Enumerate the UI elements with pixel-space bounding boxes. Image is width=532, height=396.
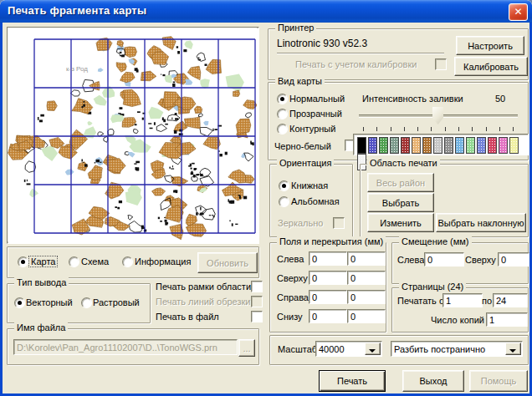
close-icon: ✕ bbox=[514, 6, 522, 18]
radio-vector-label: Векторный bbox=[26, 297, 73, 307]
margin-top-input-1[interactable] bbox=[309, 271, 347, 285]
margin-top-input-2[interactable] bbox=[347, 271, 386, 285]
print-frame-label: Печать рамки области bbox=[156, 282, 251, 292]
split-combobox[interactable]: Разбить постранично bbox=[391, 341, 523, 357]
palette-swatch[interactable] bbox=[466, 137, 475, 154]
palette-swatch[interactable] bbox=[357, 137, 366, 154]
palette-swatch[interactable] bbox=[477, 137, 486, 154]
margin-right-input-1[interactable] bbox=[309, 290, 347, 304]
radio-raster-label: Растровый bbox=[93, 297, 140, 307]
calibration-checkbox bbox=[435, 58, 447, 70]
mirror-checkbox bbox=[333, 217, 345, 229]
radio-transparent[interactable] bbox=[277, 109, 288, 119]
palette-swatch[interactable] bbox=[401, 137, 410, 154]
output-type-title: Тип вывода bbox=[14, 277, 69, 287]
dialog-title: Печать фрагмента карты bbox=[8, 4, 146, 17]
radio-contour[interactable] bbox=[277, 124, 288, 135]
palette-swatch[interactable] bbox=[444, 137, 453, 154]
margin-left-label: Слева bbox=[277, 254, 304, 264]
pages-from-label: Печатать с bbox=[397, 296, 443, 306]
margin-bottom-input-1[interactable] bbox=[309, 309, 347, 323]
calibrate-button[interactable]: Калибровать bbox=[454, 57, 528, 76]
copies-label: Число копий bbox=[431, 315, 484, 325]
printer-setup-button[interactable]: Настроить bbox=[456, 36, 524, 55]
exit-button[interactable]: Выход bbox=[402, 370, 464, 392]
palette-swatch[interactable] bbox=[499, 137, 508, 154]
map-preview: к-з Род bbox=[8, 28, 257, 241]
browse-button: ... bbox=[238, 339, 255, 357]
margin-right-input-2[interactable] bbox=[347, 290, 386, 304]
print-tofile-checkbox[interactable] bbox=[251, 311, 263, 322]
radio-scheme-label: Схема bbox=[81, 256, 109, 267]
palette-swatch[interactable] bbox=[368, 137, 377, 154]
file-name-group: Имя файла ... bbox=[7, 328, 259, 365]
pages-from-input[interactable] bbox=[442, 293, 483, 307]
radio-normal[interactable] bbox=[277, 94, 288, 104]
calibration-label: Печать с учетом калибровки bbox=[295, 59, 417, 69]
map-view-title: Вид карты bbox=[275, 76, 325, 86]
split-value: Разбить постранично bbox=[394, 344, 485, 354]
scale-combobox[interactable]: 40000 bbox=[315, 341, 382, 357]
offset-top-label: Сверху bbox=[465, 255, 496, 265]
copies-input[interactable] bbox=[486, 312, 528, 327]
palette-swatch[interactable] bbox=[422, 137, 432, 154]
pages-to-input[interactable] bbox=[493, 293, 528, 307]
intensity-slider-thumb[interactable] bbox=[432, 107, 443, 124]
radio-contour-label: Контурный bbox=[289, 124, 335, 134]
radio-raster[interactable] bbox=[81, 297, 92, 308]
slider-ticks bbox=[363, 127, 514, 131]
refresh-button: Обновить bbox=[197, 252, 258, 273]
radio-info[interactable] bbox=[122, 256, 133, 267]
palette-swatch[interactable] bbox=[433, 137, 442, 154]
intensity-value: 50 bbox=[495, 94, 505, 104]
scale-dropdown-arrow-icon[interactable] bbox=[365, 343, 381, 355]
radio-vector[interactable] bbox=[14, 297, 25, 308]
palette-swatch[interactable] bbox=[379, 137, 388, 154]
palette-swatch[interactable] bbox=[412, 137, 421, 154]
print-button[interactable]: Печать bbox=[319, 370, 386, 392]
printer-name: Linotronic 930 v52.3 bbox=[277, 38, 367, 49]
view-mode-group: Карта Схема Информация Обновить bbox=[7, 246, 259, 278]
print-tofile-label: Печать в файл bbox=[156, 312, 219, 322]
offset-top-input[interactable] bbox=[498, 252, 529, 267]
offset-left-label: Слева bbox=[397, 255, 424, 265]
radio-scheme[interactable] bbox=[69, 256, 79, 267]
margin-bottom-label: Снизу bbox=[277, 312, 303, 322]
print-cutlines-checkbox bbox=[251, 296, 263, 307]
radio-landscape[interactable] bbox=[279, 196, 289, 207]
help-button: Помощь bbox=[469, 370, 528, 392]
modify-area-button[interactable]: Изменить bbox=[367, 213, 434, 232]
palette-swatch[interactable] bbox=[509, 137, 519, 154]
margin-left-input-1[interactable] bbox=[309, 251, 347, 266]
margin-bottom-input-2[interactable] bbox=[347, 309, 386, 323]
palette-swatch[interactable] bbox=[455, 137, 464, 154]
margin-top-label: Сверху bbox=[277, 273, 308, 283]
print-frame-checkbox[interactable] bbox=[251, 281, 263, 292]
radio-map[interactable] bbox=[18, 256, 28, 267]
radio-portrait-label: Книжная bbox=[291, 180, 328, 190]
select-area-button[interactable]: Выбрать bbox=[367, 193, 434, 212]
whole-region-button: Весь район bbox=[367, 173, 434, 192]
mirror-label: Зеркально bbox=[278, 218, 323, 228]
palette-swatch[interactable] bbox=[488, 137, 497, 154]
scale-label: Масштаб bbox=[278, 344, 317, 354]
radio-info-label: Информация bbox=[135, 256, 191, 267]
margins-group: Поля и перекрытия (мм) Слева Сверху Спра… bbox=[269, 242, 386, 333]
select-oblique-button[interactable]: Выбрать наклонную bbox=[436, 213, 526, 232]
margins-title: Поля и перекрытия (мм) bbox=[277, 236, 386, 246]
radio-transparent-label: Прозрачный bbox=[289, 109, 342, 119]
map-preview-panel: к-з Род bbox=[7, 27, 259, 244]
close-button[interactable]: ✕ bbox=[509, 3, 528, 21]
offset-left-input[interactable] bbox=[424, 252, 464, 267]
split-dropdown-arrow-icon[interactable] bbox=[505, 343, 521, 355]
printer-group: Принтер Linotronic 930 v52.3 Печать с уч… bbox=[268, 28, 529, 80]
print-map-fragment-dialog: Печать фрагмента карты ✕ к-з Род Карта С… bbox=[0, 0, 532, 396]
file-name-title: Имя файла bbox=[14, 322, 68, 333]
margin-left-input-2[interactable] bbox=[347, 251, 386, 266]
margin-right-label: Справа bbox=[277, 292, 309, 302]
palette-swatch[interactable] bbox=[390, 137, 399, 154]
radio-portrait[interactable] bbox=[279, 180, 289, 191]
offset-title: Смещение (мм) bbox=[399, 236, 472, 246]
radio-landscape-label: Альбомная bbox=[291, 196, 340, 206]
file-name-input bbox=[13, 339, 238, 355]
